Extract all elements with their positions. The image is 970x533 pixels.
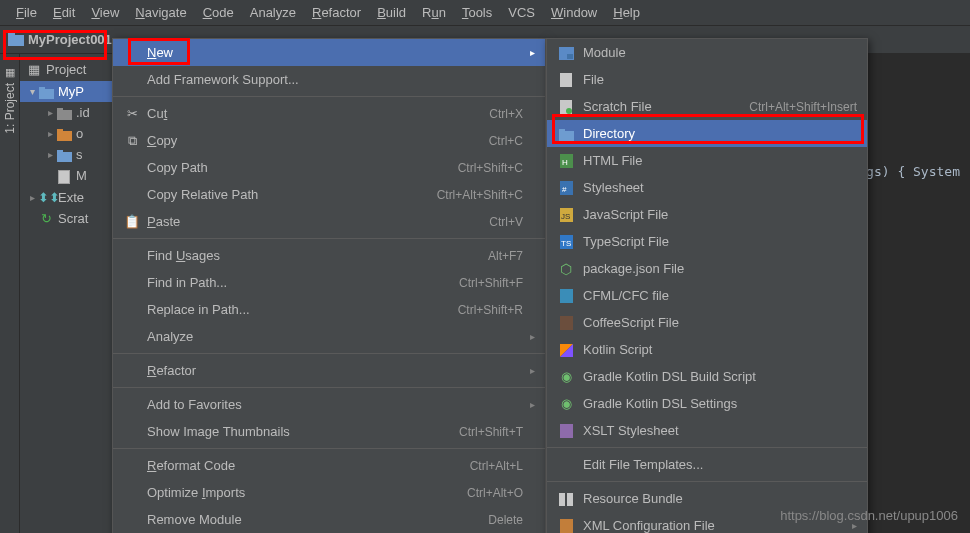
context-menu-add-to-favorites[interactable]: Add to Favorites▸ bbox=[113, 391, 545, 418]
new-submenu-package-json-file[interactable]: ⬡package.json File bbox=[547, 255, 867, 282]
menubar-edit[interactable]: Edit bbox=[45, 3, 83, 22]
menubar-tools[interactable]: Tools bbox=[454, 3, 500, 22]
tree-item-icon bbox=[56, 105, 72, 120]
css-icon: # bbox=[557, 180, 575, 196]
sidebar-tab-label: 1: Project bbox=[3, 83, 17, 134]
context-menu-add-framework-support-[interactable]: Add Framework Support... bbox=[113, 66, 545, 93]
js-icon: JS bbox=[557, 207, 575, 223]
tree-item-icon: ⬍⬍ bbox=[38, 190, 54, 205]
expand-arrow-icon[interactable]: ▾ bbox=[26, 86, 38, 97]
sidebar-tab[interactable]: ▦ 1: Project bbox=[0, 54, 20, 533]
new-submenu-edit-file-templates-[interactable]: Edit File Templates... bbox=[547, 451, 867, 478]
context-menu-copy-path[interactable]: Copy PathCtrl+Shift+C bbox=[113, 154, 545, 181]
new-submenu-gradle-kotlin-dsl-settings[interactable]: ◉Gradle Kotlin DSL Settings bbox=[547, 390, 867, 417]
svg-rect-8 bbox=[57, 152, 72, 162]
context-menu-find-in-path-[interactable]: Find in Path...Ctrl+Shift+F bbox=[113, 269, 545, 296]
new-submenu-module[interactable]: Module bbox=[547, 39, 867, 66]
gradle-icon: ◉ bbox=[557, 396, 575, 411]
new-submenu-directory[interactable]: Directory bbox=[547, 120, 867, 147]
svg-rect-34 bbox=[560, 519, 573, 533]
menu-item-label: Copy bbox=[147, 133, 475, 148]
context-menu-refactor[interactable]: Refactor▸ bbox=[113, 357, 545, 384]
menubar-analyze[interactable]: Analyze bbox=[242, 3, 304, 22]
menubar-file[interactable]: File bbox=[8, 3, 45, 22]
new-submenu-html-file[interactable]: HHTML File bbox=[547, 147, 867, 174]
new-submenu-gradle-kotlin-dsl-build-script[interactable]: ◉Gradle Kotlin DSL Build Script bbox=[547, 363, 867, 390]
svg-rect-17 bbox=[559, 131, 574, 141]
new-submenu-file[interactable]: File bbox=[547, 66, 867, 93]
menubar-refactor[interactable]: Refactor bbox=[304, 3, 369, 22]
menubar-help[interactable]: Help bbox=[605, 3, 648, 22]
new-submenu-javascript-file[interactable]: JSJavaScript File bbox=[547, 201, 867, 228]
context-menu: New▸Add Framework Support...✂CutCtrl+X⧉C… bbox=[112, 38, 546, 533]
submenu-item-label: Resource Bundle bbox=[583, 491, 857, 506]
menu-item-label: Cut bbox=[147, 106, 475, 121]
xslt-icon bbox=[557, 423, 575, 439]
menubar-vcs[interactable]: VCS bbox=[500, 3, 543, 22]
submenu-item-label: Edit File Templates... bbox=[583, 457, 857, 472]
submenu-arrow-icon: ▸ bbox=[523, 399, 535, 410]
context-menu-replace-in-path-[interactable]: Replace in Path...Ctrl+Shift+R bbox=[113, 296, 545, 323]
submenu-item-label: XSLT Stylesheet bbox=[583, 423, 857, 438]
json-icon: ⬡ bbox=[557, 261, 575, 277]
submenu-item-label: package.json File bbox=[583, 261, 857, 276]
menu-item-label: Refactor bbox=[147, 363, 523, 378]
menubar-window[interactable]: Window bbox=[543, 3, 605, 22]
menu-item-label: Add Framework Support... bbox=[147, 72, 523, 87]
copy-icon: ⧉ bbox=[123, 133, 141, 149]
context-menu-show-image-thumbnails[interactable]: Show Image ThumbnailsCtrl+Shift+T bbox=[113, 418, 545, 445]
gradle-icon: ◉ bbox=[557, 369, 575, 384]
context-menu-analyze[interactable]: Analyze▸ bbox=[113, 323, 545, 350]
menubar-build[interactable]: Build bbox=[369, 3, 414, 22]
context-menu-remove-module[interactable]: Remove ModuleDelete bbox=[113, 506, 545, 533]
svg-rect-3 bbox=[39, 87, 45, 90]
shortcut-label: Ctrl+Shift+R bbox=[458, 303, 523, 317]
svg-rect-18 bbox=[559, 129, 565, 132]
submenu-item-label: HTML File bbox=[583, 153, 857, 168]
new-submenu-scratch-file[interactable]: Scratch FileCtrl+Alt+Shift+Insert bbox=[547, 93, 867, 120]
menubar-code[interactable]: Code bbox=[195, 3, 242, 22]
context-menu-copy-relative-path[interactable]: Copy Relative PathCtrl+Alt+Shift+C bbox=[113, 181, 545, 208]
submenu-item-label: CFML/CFC file bbox=[583, 288, 857, 303]
tree-item-icon bbox=[56, 168, 72, 184]
svg-rect-33 bbox=[567, 493, 573, 506]
expand-arrow-icon[interactable]: ▸ bbox=[44, 128, 56, 139]
new-submenu-xslt-stylesheet[interactable]: XSLT Stylesheet bbox=[547, 417, 867, 444]
breadcrumb-project[interactable]: MyProject001 bbox=[28, 32, 112, 47]
svg-rect-11 bbox=[59, 171, 69, 183]
new-submenu-stylesheet[interactable]: #Stylesheet bbox=[547, 174, 867, 201]
shortcut-label: Ctrl+X bbox=[489, 107, 523, 121]
menu-item-label: New bbox=[147, 45, 523, 60]
context-menu-optimize-imports[interactable]: Optimize ImportsCtrl+Alt+O bbox=[113, 479, 545, 506]
folder-icon bbox=[8, 32, 24, 48]
watermark: https://blog.csdn.net/upup1006 bbox=[780, 508, 958, 523]
svg-rect-2 bbox=[39, 89, 54, 99]
context-menu-cut[interactable]: ✂CutCtrl+X bbox=[113, 100, 545, 127]
menu-item-label: Add to Favorites bbox=[147, 397, 523, 412]
new-submenu-coffeescript-file[interactable]: CoffeeScript File bbox=[547, 309, 867, 336]
submenu-item-label: Kotlin Script bbox=[583, 342, 857, 357]
svg-rect-7 bbox=[57, 129, 63, 132]
shortcut-label: Ctrl+Alt+Shift+C bbox=[437, 188, 523, 202]
new-submenu-cfml-cfc-file[interactable]: CFML/CFC file bbox=[547, 282, 867, 309]
submenu-item-label: Directory bbox=[583, 126, 857, 141]
svg-point-16 bbox=[566, 108, 572, 114]
menubar-view[interactable]: View bbox=[83, 3, 127, 22]
expand-arrow-icon[interactable]: ▸ bbox=[44, 107, 56, 118]
svg-text:JS: JS bbox=[561, 212, 570, 221]
cf-icon bbox=[557, 288, 575, 304]
menubar-run[interactable]: Run bbox=[414, 3, 454, 22]
xml-icon bbox=[557, 518, 575, 533]
new-submenu-typescript-file[interactable]: TSTypeScript File bbox=[547, 228, 867, 255]
context-menu-reformat-code[interactable]: Reformat CodeCtrl+Alt+L bbox=[113, 452, 545, 479]
context-menu-new[interactable]: New▸ bbox=[113, 39, 545, 66]
menubar-navigate[interactable]: Navigate bbox=[127, 3, 194, 22]
expand-arrow-icon[interactable]: ▸ bbox=[44, 149, 56, 160]
menu-item-label: Remove Module bbox=[147, 512, 474, 527]
project-header-icon: ▦ bbox=[28, 62, 40, 77]
expand-arrow-icon[interactable]: ▸ bbox=[26, 192, 38, 203]
context-menu-paste[interactable]: 📋PasteCtrl+V bbox=[113, 208, 545, 235]
new-submenu-kotlin-script[interactable]: Kotlin Script bbox=[547, 336, 867, 363]
context-menu-copy[interactable]: ⧉CopyCtrl+C bbox=[113, 127, 545, 154]
context-menu-find-usages[interactable]: Find UsagesAlt+F7 bbox=[113, 242, 545, 269]
